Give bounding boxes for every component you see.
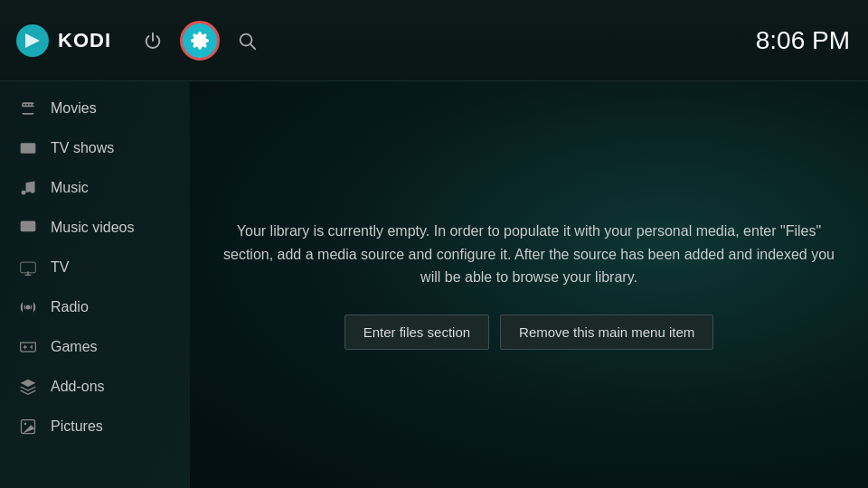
sidebar-item-movies[interactable]: Movies <box>0 89 190 128</box>
music-icon <box>18 178 38 198</box>
app-name: KODI <box>58 29 111 52</box>
logo-area: KODI <box>14 23 111 59</box>
kodi-logo-icon <box>14 23 51 59</box>
power-icon <box>143 31 163 51</box>
top-bar: KODI <box>0 0 868 81</box>
radio-icon <box>18 297 38 317</box>
top-bar-icons <box>133 21 267 61</box>
clock: 8:06 PM <box>756 26 850 55</box>
movies-icon <box>18 99 38 118</box>
tv-icon <box>18 258 38 277</box>
pictures-icon <box>18 417 38 436</box>
music-label: Music <box>51 180 89 196</box>
svg-rect-4 <box>21 143 36 154</box>
svg-point-6 <box>31 189 35 193</box>
action-buttons: Enter files section Remove this main men… <box>222 314 836 350</box>
sidebar-item-pictures[interactable]: Pictures <box>0 407 190 446</box>
svg-line-3 <box>250 44 255 49</box>
library-message: Your library is currently empty. In orde… <box>222 220 836 289</box>
sidebar-item-music[interactable]: Music <box>0 168 190 208</box>
music-videos-label: Music videos <box>51 220 134 236</box>
info-card: Your library is currently empty. In orde… <box>222 220 836 350</box>
remove-menu-item-button[interactable]: Remove this main menu item <box>500 314 713 350</box>
games-icon <box>18 337 38 357</box>
sidebar-item-games[interactable]: Games <box>0 327 190 367</box>
movies-label: Movies <box>51 100 97 117</box>
power-button[interactable] <box>133 21 173 61</box>
tvshows-label: TV shows <box>51 140 114 156</box>
svg-point-11 <box>26 305 31 310</box>
svg-point-13 <box>24 423 26 426</box>
tv-label: TV <box>51 259 69 276</box>
app-container: KODI <box>0 0 868 488</box>
addons-label: Add-ons <box>51 379 105 395</box>
sidebar-item-tvshows[interactable]: TV shows <box>0 128 190 168</box>
content-area: Your library is currently empty. In orde… <box>190 81 868 488</box>
svg-point-5 <box>22 191 26 195</box>
music-videos-icon <box>18 218 38 238</box>
pictures-label: Pictures <box>51 418 103 435</box>
search-icon <box>237 31 257 51</box>
search-button[interactable] <box>227 21 267 61</box>
radio-label: Radio <box>51 299 89 315</box>
addons-icon <box>18 377 38 397</box>
sidebar: Movies TV shows Music M <box>0 81 190 488</box>
games-label: Games <box>51 339 98 355</box>
enter-files-button[interactable]: Enter files section <box>344 314 489 350</box>
sidebar-item-addons[interactable]: Add-ons <box>0 367 190 407</box>
settings-button[interactable] <box>180 21 220 61</box>
sidebar-item-music-videos[interactable]: Music videos <box>0 208 190 248</box>
tvshows-icon <box>18 138 38 158</box>
sidebar-item-tv[interactable]: TV <box>0 248 190 287</box>
svg-rect-8 <box>21 262 36 273</box>
gear-icon <box>190 31 210 51</box>
main-layout: Movies TV shows Music M <box>0 81 868 488</box>
sidebar-item-radio[interactable]: Radio <box>0 287 190 327</box>
